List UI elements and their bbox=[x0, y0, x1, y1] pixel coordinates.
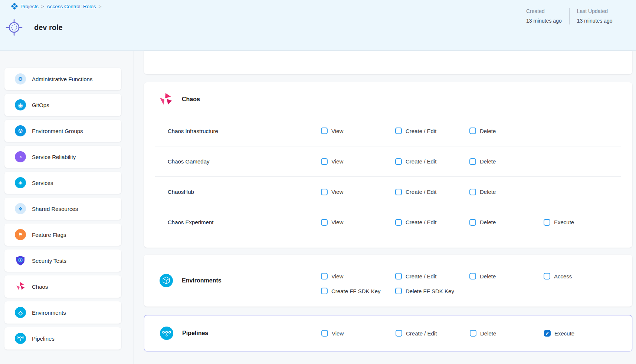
resource-category-list: ⚙ Administrative Functions ◉ GitOps ⊚ En… bbox=[4, 68, 121, 350]
sidebar-item-services[interactable]: ◈ Services bbox=[4, 172, 121, 194]
checkbox-label: Delete bbox=[480, 273, 496, 279]
sidebar-item-pipelines[interactable]: Pipelines bbox=[4, 327, 121, 350]
breadcrumb-separator: > bbox=[41, 4, 44, 9]
permission-row-chaos-infrastructure: Chaos Infrastructure ✓View ✓Create / Edi… bbox=[155, 116, 621, 146]
last-updated-block: Last Updated 13 minutes ago bbox=[577, 7, 613, 24]
chaos-permissions-card: Chaos Chaos Infrastructure ✓View ✓Create… bbox=[144, 82, 632, 248]
pipelines-permissions-card[interactable]: Pipelines ✓View ✓Create / Edit ✓Delete ✓… bbox=[144, 315, 632, 351]
gitops-icon: ◉ bbox=[15, 99, 26, 110]
checkbox-label: View bbox=[331, 189, 343, 195]
role-target-icon bbox=[5, 19, 23, 36]
chaos-pinwheel-icon bbox=[159, 92, 173, 106]
breadcrumb-access-control-roles[interactable]: Access Control: Roles bbox=[47, 4, 96, 9]
role-title-row: dev role bbox=[5, 19, 63, 36]
sidebar-item-label: Service Reliability bbox=[32, 154, 76, 160]
row-label: Chaos Infrastructure bbox=[168, 128, 321, 134]
permission-row-chaos-gameday: Chaos Gameday ✓View ✓Create / Edit ✓Dele… bbox=[155, 146, 621, 176]
checkbox-create-edit[interactable]: ✓ bbox=[395, 273, 402, 279]
sidebar-item-environment-groups[interactable]: ⊚ Environment Groups bbox=[4, 120, 121, 142]
checkbox-label: View bbox=[331, 158, 343, 165]
checkbox-label: Create / Edit bbox=[406, 158, 436, 165]
sidebar-item-label: Administrative Functions bbox=[32, 76, 92, 82]
checkbox-delete[interactable]: ✓ bbox=[470, 330, 476, 337]
checkbox-label: Create / Edit bbox=[406, 219, 436, 225]
permission-row-chaoshub: ChaosHub ✓View ✓Create / Edit ✓Delete bbox=[155, 176, 621, 207]
meta-divider bbox=[569, 8, 570, 24]
checkbox-execute[interactable]: ✓ bbox=[544, 219, 550, 226]
feature-flag-icon: ⚑ bbox=[15, 229, 26, 240]
sidebar-item-label: GitOps bbox=[32, 102, 49, 108]
sidebar-item-label: Services bbox=[32, 180, 53, 186]
page-title: dev role bbox=[34, 23, 63, 32]
sidebar-item-administrative-functions[interactable]: ⚙ Administrative Functions bbox=[4, 68, 121, 90]
chaos-permission-rows: Chaos Infrastructure ✓View ✓Create / Edi… bbox=[155, 116, 621, 237]
pipelines-card-title: Pipelines bbox=[182, 315, 208, 351]
checkbox-label: Create / Edit bbox=[406, 189, 436, 195]
roles-permission-page: Projects > Access Control: Roles > de bbox=[0, 0, 636, 364]
shared-resources-icon: ❖ bbox=[15, 203, 26, 214]
checkbox-label: Create FF SDK Key bbox=[331, 288, 381, 294]
checkbox-label: Create / Edit bbox=[406, 273, 436, 279]
checkbox-label: Delete bbox=[480, 189, 496, 195]
checkbox-view[interactable]: ✓ bbox=[321, 330, 328, 337]
checkbox-execute[interactable]: ✓ bbox=[544, 330, 551, 337]
chaos-card-title: Chaos bbox=[182, 96, 200, 103]
created-block: Created 13 minutes ago bbox=[526, 7, 562, 24]
last-updated-label: Last Updated bbox=[577, 7, 613, 15]
checkbox-delete[interactable]: ✓ bbox=[469, 128, 476, 134]
breadcrumb: Projects > Access Control: Roles > bbox=[11, 3, 101, 10]
checkbox-create-edit[interactable]: ✓ bbox=[395, 128, 402, 134]
checkbox-delete[interactable]: ✓ bbox=[469, 158, 476, 165]
checkbox-label: Delete bbox=[480, 219, 496, 225]
checkbox-create-edit[interactable]: ✓ bbox=[396, 330, 402, 337]
checkbox-delete[interactable]: ✓ bbox=[469, 219, 476, 226]
checkbox-delete-ff-sdk-key[interactable]: ✓ bbox=[395, 288, 402, 294]
sidebar-item-label: Shared Resources bbox=[32, 206, 78, 212]
checkbox-label: View bbox=[331, 273, 343, 279]
checkbox-delete[interactable]: ✓ bbox=[469, 189, 476, 195]
environments-card-title: Environments bbox=[182, 255, 222, 307]
sidebar-item-gitops[interactable]: ◉ GitOps bbox=[4, 94, 121, 116]
breadcrumb-separator: > bbox=[98, 4, 101, 9]
created-label: Created bbox=[526, 7, 562, 15]
sidebar-item-service-reliability[interactable]: ◔ Service Reliability bbox=[4, 146, 121, 168]
checkbox-view[interactable]: ✓ bbox=[321, 128, 328, 134]
permission-row-chaos-experiment: Chaos Experiment ✓View ✓Create / Edit ✓D… bbox=[155, 207, 621, 237]
checkbox-create-edit[interactable]: ✓ bbox=[395, 158, 402, 165]
breadcrumb-projects[interactable]: Projects bbox=[20, 4, 39, 9]
environments-permissions: ✓View ✓Create / Edit ✓Delete ✓Access ✓Cr… bbox=[321, 271, 618, 296]
sidebar-main-divider bbox=[134, 51, 134, 364]
checkbox-view[interactable]: ✓ bbox=[321, 273, 328, 279]
sidebar-item-shared-resources[interactable]: ❖ Shared Resources bbox=[4, 198, 121, 220]
sidebar-item-environments[interactable]: ◇ Environments bbox=[4, 301, 121, 324]
checkbox-label: Create / Edit bbox=[406, 330, 437, 337]
chaos-pinwheel-icon bbox=[15, 281, 26, 292]
service-reliability-icon: ◔ bbox=[15, 151, 26, 162]
checkbox-label: Delete bbox=[480, 128, 496, 134]
checkbox-view[interactable]: ✓ bbox=[321, 189, 328, 195]
checkbox-label: View bbox=[332, 330, 344, 337]
checkbox-create-ff-sdk-key[interactable]: ✓ bbox=[321, 288, 328, 294]
checkbox-label: Access bbox=[554, 273, 572, 279]
harness-project-icon bbox=[11, 3, 18, 10]
checkbox-label: Execute bbox=[554, 219, 574, 225]
checkbox-delete[interactable]: ✓ bbox=[469, 273, 476, 279]
services-icon: ◈ bbox=[15, 177, 26, 188]
checkbox-view[interactable]: ✓ bbox=[321, 219, 328, 226]
sidebar-item-label: Chaos bbox=[32, 284, 48, 290]
sidebar-item-feature-flags[interactable]: ⚑ Feature Flags bbox=[4, 224, 121, 246]
sidebar-item-chaos[interactable]: Chaos bbox=[4, 275, 121, 298]
sidebar-item-label: Pipelines bbox=[32, 335, 55, 342]
security-shield-icon bbox=[15, 255, 26, 266]
sidebar-item-security-tests[interactable]: Security Tests bbox=[4, 249, 121, 272]
checkbox-view[interactable]: ✓ bbox=[321, 158, 328, 165]
checkbox-label: Delete bbox=[480, 330, 496, 337]
chaos-card-header: Chaos bbox=[159, 92, 200, 106]
pipelines-chain-icon bbox=[160, 327, 173, 340]
environments-icon: ◇ bbox=[15, 307, 26, 318]
scrolled-card-partial bbox=[144, 51, 632, 74]
checkbox-create-edit[interactable]: ✓ bbox=[395, 219, 402, 226]
environments-icon bbox=[160, 274, 173, 287]
checkbox-access[interactable]: ✓ bbox=[544, 273, 550, 279]
checkbox-create-edit[interactable]: ✓ bbox=[395, 189, 402, 195]
